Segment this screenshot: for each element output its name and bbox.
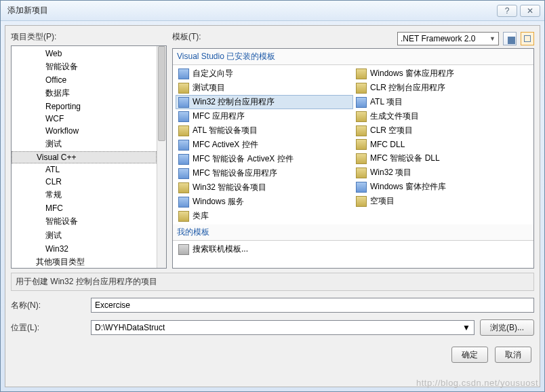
template-label: CLR 控制台应用程序 <box>370 82 445 94</box>
template-icon <box>356 111 367 122</box>
tree-item[interactable]: Win32 <box>12 243 157 255</box>
view-small-icons-button[interactable] <box>503 32 517 45</box>
dialog-buttons: 确定 取消 <box>11 347 534 363</box>
tree-item[interactable]: 智能设备 <box>12 60 157 74</box>
project-types-label: 项目类型(P): <box>11 31 167 43</box>
location-combo[interactable]: D:\WYH\DataStruct ▼ <box>91 320 475 335</box>
template-icon <box>178 125 189 136</box>
template-icon <box>178 154 189 165</box>
template-label: MFC 智能设备应用程序 <box>193 168 277 179</box>
tree-item[interactable]: MFC <box>12 202 157 214</box>
template-icon <box>178 97 189 108</box>
template-label: 生成文件项目 <box>370 111 419 122</box>
template-label: 类库 <box>193 210 209 222</box>
tree-item[interactable]: Workflow <box>12 125 157 137</box>
template-label: 自定义向导 <box>193 68 233 79</box>
template-item[interactable]: CLR 空项目 <box>353 123 531 138</box>
tree-item[interactable]: CLR <box>12 176 157 188</box>
template-icon <box>178 211 189 222</box>
template-label: 空项目 <box>370 195 395 207</box>
template-item[interactable]: Windows 服务 <box>176 195 353 209</box>
template-label: ATL 智能设备项目 <box>193 125 258 136</box>
template-item[interactable]: Win32 项目 <box>353 165 531 180</box>
tree-item[interactable]: 测试 <box>12 137 157 151</box>
window-title: 添加新项目 <box>7 5 48 16</box>
templates-label: 模板(T): <box>172 31 201 43</box>
name-input[interactable] <box>91 298 534 313</box>
template-icon <box>356 168 367 178</box>
template-item[interactable]: 生成文件项目 <box>353 109 531 123</box>
my-templates-grid: 搜索联机模板... <box>173 241 533 258</box>
template-item[interactable]: MFC 智能设备 DLL <box>353 151 531 165</box>
browse-button[interactable]: 浏览(B)... <box>480 319 534 336</box>
tree-item[interactable]: Visual C++ <box>12 151 157 163</box>
template-item[interactable]: 类库 <box>176 209 353 223</box>
template-item-search-online[interactable]: 搜索联机模板... <box>176 242 251 256</box>
template-item[interactable]: Windows 窗体应用程序 <box>353 66 531 81</box>
template-icon <box>178 182 189 193</box>
template-label: Windows 服务 <box>193 196 244 208</box>
tree-item[interactable]: 测试 <box>12 229 157 243</box>
template-item[interactable]: Win32 智能设备项目 <box>176 180 353 195</box>
template-label: Windows 窗体应用程序 <box>370 68 454 79</box>
tree-item[interactable]: Web <box>12 47 157 60</box>
template-icon <box>356 125 367 136</box>
tree-item[interactable]: WCF <box>12 113 157 125</box>
template-item[interactable]: MFC 应用程序 <box>176 109 353 123</box>
templates-list[interactable]: Visual Studio 已安装的模板 自定义向导测试项目Win32 控制台应… <box>172 48 534 269</box>
tree-item[interactable]: ATL <box>12 163 157 176</box>
template-label: 测试项目 <box>193 82 225 94</box>
template-icon <box>178 83 189 94</box>
project-types-tree[interactable]: Web智能设备Office数据库ReportingWCFWorkflow测试Vi… <box>11 45 167 269</box>
tree-item[interactable]: 其他项目类型 <box>12 255 157 269</box>
template-label: MFC ActiveX 控件 <box>193 139 258 151</box>
template-item[interactable]: ATL 智能设备项目 <box>176 123 353 138</box>
template-label: MFC DLL <box>370 140 405 149</box>
ok-button[interactable]: 确定 <box>451 347 488 363</box>
chevron-down-icon: ▼ <box>489 35 496 42</box>
dialog-window: 添加新项目 ? ✕ 项目类型(P): Web智能设备Office数据库Repor… <box>0 0 545 392</box>
template-item[interactable]: 空项目 <box>353 194 531 208</box>
tree-scroll-thumb[interactable] <box>158 46 165 141</box>
tree-item[interactable]: 数据库 <box>12 86 157 100</box>
template-item[interactable]: ATL 项目 <box>353 95 531 109</box>
tree-item[interactable]: Reporting <box>12 100 157 113</box>
tree-scrollbar[interactable] <box>157 46 166 268</box>
template-label: Win32 控制台应用程序 <box>193 96 275 108</box>
templates-panel: 模板(T): .NET Framework 2.0 ▼ Visual Studi… <box>172 31 534 269</box>
view-details-button[interactable] <box>521 32 534 45</box>
help-button[interactable]: ? <box>497 5 517 17</box>
template-item[interactable]: MFC 智能设备应用程序 <box>176 166 353 180</box>
titlebar: 添加新项目 ? ✕ <box>1 1 544 21</box>
template-item[interactable]: 自定义向导 <box>176 66 353 81</box>
window-controls: ? ✕ <box>497 5 540 17</box>
tree-item[interactable]: 智能设备 <box>12 214 157 229</box>
template-icon <box>356 97 367 108</box>
template-item[interactable]: MFC 智能设备 ActiveX 控件 <box>176 152 353 166</box>
template-label: ATL 项目 <box>370 96 403 108</box>
tree-item[interactable]: Office <box>12 74 157 86</box>
template-label: 搜索联机模板... <box>193 243 248 255</box>
template-label: CLR 空项目 <box>370 125 413 136</box>
search-icon <box>178 244 189 255</box>
framework-selected: .NET Framework 2.0 <box>401 34 475 43</box>
template-item[interactable]: MFC DLL <box>353 138 531 151</box>
template-icon <box>178 111 189 122</box>
template-item[interactable]: MFC ActiveX 控件 <box>176 138 353 152</box>
template-icon <box>356 182 367 193</box>
template-icon <box>356 153 367 164</box>
close-button[interactable]: ✕ <box>520 5 540 17</box>
template-icon <box>178 68 189 79</box>
top-panels: 项目类型(P): Web智能设备Office数据库ReportingWCFWor… <box>11 31 534 269</box>
template-label: Win32 项目 <box>370 167 411 178</box>
framework-combo[interactable]: .NET Framework 2.0 ▼ <box>397 32 499 45</box>
my-templates-header: 我的模板 <box>173 224 533 241</box>
template-icon <box>178 168 189 179</box>
template-item[interactable]: Win32 控制台应用程序 <box>176 95 353 109</box>
tree-item[interactable]: 常规 <box>12 188 157 202</box>
template-item[interactable]: 测试项目 <box>176 81 353 95</box>
template-label: MFC 智能设备 DLL <box>370 153 440 164</box>
template-item[interactable]: CLR 控制台应用程序 <box>353 81 531 95</box>
template-item[interactable]: Windows 窗体控件库 <box>353 180 531 194</box>
cancel-button[interactable]: 取消 <box>495 347 531 363</box>
